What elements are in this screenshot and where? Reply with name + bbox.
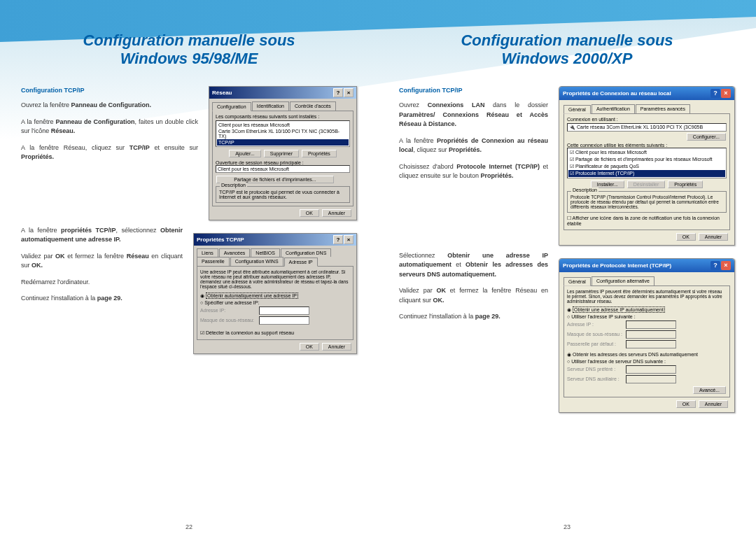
tab-general[interactable]: Général — [564, 277, 591, 286]
help-icon[interactable]: ? — [333, 235, 343, 244]
ok-button[interactable]: OK — [676, 400, 696, 408]
mask-field — [259, 316, 309, 325]
radio-specify-ip[interactable]: ○ Spécifier une adresse IP: — [200, 300, 350, 305]
page-title-right: Configuration manuelle sous Windows 2000… — [399, 31, 735, 69]
tab-general[interactable]: Général — [564, 105, 591, 114]
cancel-button[interactable]: Annuler — [699, 400, 728, 408]
tab-auth[interactable]: Authentification — [592, 104, 635, 113]
desc-text: Une adresse IP peut être attribuée autom… — [200, 269, 350, 289]
help-icon[interactable]: ? — [710, 89, 720, 98]
page-number: 23 — [564, 523, 570, 530]
window-title: Propriétés de Connexion au réseau local — [563, 90, 671, 97]
radio-auto-dns[interactable]: ◉ Obtenir les adresses des serveurs DNS … — [567, 352, 727, 358]
cancel-button[interactable]: Annuler — [699, 233, 728, 241]
tab-alt[interactable]: Configuration alternative — [592, 276, 654, 285]
properties-button[interactable]: Propriétés — [302, 150, 337, 157]
screenshot-lan-xp: Propriétés de Connexion au réseau local … — [559, 86, 735, 246]
tab-access[interactable]: Contrôle d'accès — [290, 101, 336, 111]
tab[interactable]: Configuration WINS — [230, 257, 284, 266]
remove-button[interactable]: Supprimer — [264, 150, 299, 157]
uninstall-button[interactable]: Désinstaller — [627, 181, 666, 188]
window-title: Propriétés de Protocole Internet (TCP/IP… — [563, 262, 671, 269]
radio-auto-ip[interactable]: ◉ Obtenir automatiquement une adresse IP — [200, 293, 350, 299]
tab[interactable]: Configuration DNS — [281, 248, 331, 257]
items-list[interactable]: ☑ Client pour les réseaux Microsoft ☑ Pa… — [567, 148, 727, 178]
titlebar: Réseau ? × — [209, 87, 356, 99]
components-label: Les composants réseau suivants sont inst… — [216, 114, 350, 119]
description-label: Description — [571, 188, 598, 192]
add-button[interactable]: Ajouter... — [229, 150, 261, 157]
dns2-field — [626, 375, 676, 383]
tab[interactable]: Passerelle — [197, 257, 230, 266]
tab[interactable]: Liens — [197, 248, 218, 257]
list-item[interactable]: Client pour les réseaux Microsoft — [217, 122, 349, 128]
close-icon[interactable]: × — [344, 235, 354, 244]
page-title-left: Configuration manuelle sous Windows 95/9… — [21, 31, 357, 69]
list-item-tcpip[interactable]: TCP/IP — [217, 139, 349, 146]
radio-specify-dns[interactable]: ○ Utiliser l'adresse de serveur DNS suiv… — [567, 359, 727, 364]
items-label: Cette connexion utilise les éléments sui… — [567, 143, 727, 148]
list-item[interactable]: Carte 3Com EtherLink XL 10/100 PCI TX NI… — [217, 128, 349, 139]
advanced-button[interactable]: Avancé... — [693, 386, 726, 394]
titlebar: Propriétés de Connexion au réseau local … — [559, 87, 734, 100]
list-item[interactable]: ☑ Planificateur de paquets QoS — [568, 163, 725, 170]
screenshot-tcpip-xp: Propriétés de Protocole Internet (TCP/IP… — [559, 258, 735, 413]
mask-field — [626, 330, 676, 339]
screenshot-reseau-win98: Réseau ? × Configuration Identification … — [209, 86, 357, 220]
description-text: Protocole TCP/IP (Transmission Control P… — [570, 195, 723, 209]
window-title: Propriétés TCP/IP — [197, 237, 244, 243]
tab-advanced[interactable]: Paramètres avancés — [636, 104, 690, 113]
logon-field[interactable]: Client pour les réseaux Microsoft — [216, 165, 350, 173]
row-2-left: A la fenêtre propriétés TCP/IP, sélectio… — [21, 226, 357, 354]
ip-field — [259, 306, 309, 315]
titlebar: Propriétés TCP/IP ? × — [194, 234, 356, 246]
page-left: Configuration manuelle sous Windows 95/9… — [0, 0, 378, 536]
page-right: Configuration manuelle sous Windows 2000… — [378, 0, 756, 536]
ok-button[interactable]: OK — [300, 209, 319, 217]
list-item[interactable]: ☑ Client pour les réseaux Microsoft — [568, 149, 725, 156]
cancel-button[interactable]: Annuler — [322, 209, 351, 217]
desc-text: Les paramètres IP peuvent être déterminé… — [567, 289, 727, 304]
ip-field — [626, 320, 676, 329]
cancel-button[interactable]: Annuler — [322, 343, 351, 351]
ok-button[interactable]: OK — [300, 343, 319, 351]
tab[interactable]: NetBIOS — [251, 248, 280, 257]
window-title: Réseau — [212, 90, 232, 96]
help-icon[interactable]: ? — [333, 88, 343, 97]
list-item-tcpip[interactable]: ☑ Protocole Internet (TCP/IP) — [568, 170, 725, 177]
description-label: Description — [220, 183, 247, 188]
components-list[interactable]: Client pour les réseaux Microsoft Carte … — [216, 120, 350, 147]
tab[interactable]: Avancées — [219, 248, 251, 257]
gw-field — [626, 340, 676, 348]
text-block-1: Configuration TCP/IP Ouvrez la fenêtre P… — [21, 86, 198, 220]
list-item[interactable]: ☑ Partage de fichiers et d'imprimantes p… — [568, 156, 725, 163]
subhead: Configuration TCP/IP — [399, 86, 548, 96]
text-block-3: Configuration TCP/IP Ouvrez Connexions L… — [399, 86, 548, 246]
ok-button[interactable]: OK — [676, 233, 696, 241]
text-block-4: Sélectionnez Obtenir une adresse IP auto… — [399, 251, 548, 413]
configure-button[interactable]: Configurer... — [687, 133, 726, 141]
tab-identification[interactable]: Identification — [252, 101, 289, 111]
close-icon[interactable]: × — [721, 89, 731, 98]
radio-auto-ip[interactable]: ◉ Obtenir une adresse IP automatiquement — [567, 307, 727, 313]
show-icon-checkbox[interactable]: ☐ Afficher une icône dans la zone de not… — [567, 216, 727, 226]
detect-checkbox[interactable]: ☑ Détecter la connexion au support résea… — [200, 330, 350, 336]
dns1-field — [626, 365, 676, 374]
text-block-2: A la fenêtre propriétés TCP/IP, sélectio… — [21, 226, 183, 354]
tab-ip-address[interactable]: Adresse IP — [284, 258, 318, 267]
adapter-field: 🔌 Carte réseau 3Com EtherLink XL 10/100 … — [567, 123, 727, 132]
row-1-left: Configuration TCP/IP Ouvrez la fenêtre P… — [21, 86, 357, 220]
radio-specify-ip[interactable]: ○ Utiliser l'adresse IP suivante : — [567, 314, 727, 319]
tab-configuration[interactable]: Configuration — [212, 102, 251, 111]
close-icon[interactable]: × — [721, 261, 731, 270]
spread: Configuration manuelle sous Windows 95/9… — [0, 0, 756, 536]
page-number: 22 — [186, 523, 192, 530]
row-2-right: Sélectionnez Obtenir une adresse IP auto… — [399, 251, 735, 413]
connect-using-label: Connexion en utilisant : — [567, 117, 727, 122]
properties-button[interactable]: Propriétés — [668, 181, 703, 188]
help-icon[interactable]: ? — [710, 261, 720, 270]
subhead: Configuration TCP/IP — [21, 86, 198, 96]
row-1-right: Configuration TCP/IP Ouvrez Connexions L… — [399, 86, 735, 246]
logon-label: Ouverture de session réseau principale : — [216, 160, 350, 165]
close-icon[interactable]: × — [344, 88, 354, 97]
